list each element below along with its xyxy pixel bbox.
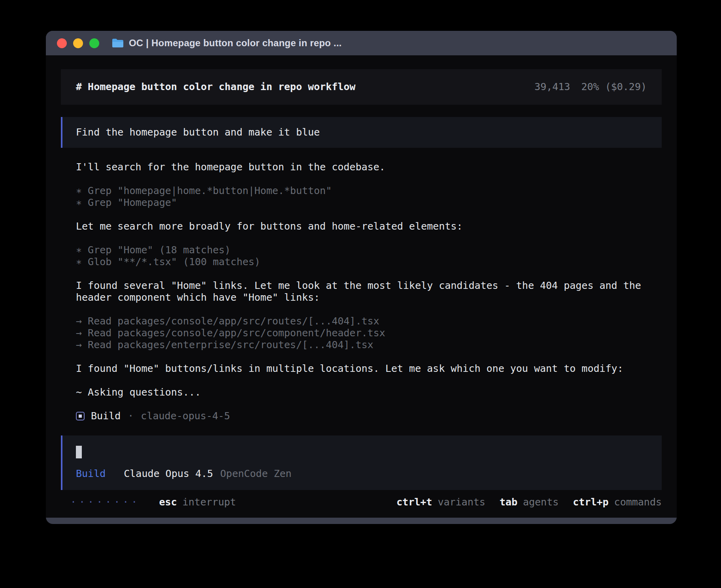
agent-separator: · <box>128 410 134 422</box>
assistant-text: I found several "Home" links. Let me loo… <box>76 280 647 303</box>
input-model: Claude Opus 4.5 <box>124 468 213 480</box>
tool-call: → Read packages/enterprise/src/routes/[.… <box>76 339 647 351</box>
assistant-paragraph: Let me search more broadly for buttons a… <box>76 220 647 232</box>
keyhint-agents: tab agents <box>500 496 559 508</box>
folder-icon <box>112 38 124 48</box>
keyhint-label: agents <box>523 496 559 508</box>
window-title: OC | Homepage button color change in rep… <box>129 38 342 49</box>
session-title: # Homepage button color change in repo w… <box>76 81 355 93</box>
window-titlebar: OC | Homepage button color change in rep… <box>46 31 677 55</box>
assistant-text: Let me search more broadly for buttons a… <box>76 220 647 232</box>
keyhint-key: esc <box>159 496 177 508</box>
tool-call: ∗ Grep "Home" (18 matches) <box>76 244 647 256</box>
spinner-dots-icon: ········ <box>70 496 140 508</box>
assistant-status: ~ Asking questions... <box>76 386 647 398</box>
prompt-input[interactable]: Build Claude Opus 4.5 OpenCode Zen <box>61 435 662 490</box>
input-mode: Build <box>76 468 106 480</box>
tool-call: ∗ Grep "Homepage" <box>76 197 647 209</box>
agent-indicator: Build · claude-opus-4-5 <box>61 410 662 422</box>
keyhint-commands: ctrl+p commands <box>573 496 662 508</box>
terminal-content: # Homepage button color change in repo w… <box>46 55 677 518</box>
keyhint-key: ctrl+p <box>573 496 608 508</box>
input-provider: OpenCode Zen <box>220 468 292 480</box>
user-message: Find the homepage button and make it blu… <box>61 117 662 148</box>
user-message-text: Find the homepage button and make it blu… <box>76 126 320 138</box>
tool-call-group: → Read packages/console/app/src/routes/[… <box>76 315 647 351</box>
keyhint-label: commands <box>614 496 662 508</box>
keyhint-variants: ctrl+t variants <box>396 496 485 508</box>
keyhint-key: tab <box>500 496 517 508</box>
keyhint-label: interrupt <box>183 496 236 508</box>
assistant-response: I'll search for the homepage button in t… <box>61 148 662 398</box>
input-modeline: Build Claude Opus 4.5 OpenCode Zen <box>76 468 648 480</box>
assistant-paragraph: I'll search for the homepage button in t… <box>76 161 647 173</box>
assistant-text: ~ Asking questions... <box>76 386 647 398</box>
app-window: OC | Homepage button color change in rep… <box>46 31 677 524</box>
assistant-text: I'll search for the homepage button in t… <box>76 161 647 173</box>
agent-name: Build <box>91 410 121 422</box>
session-meta: 39,413 20% ($0.29) <box>534 81 647 93</box>
minimize-button[interactable] <box>73 38 83 48</box>
zoom-button[interactable] <box>89 38 99 48</box>
tool-call: ∗ Glob "**/*.tsx" (100 matches) <box>76 256 647 268</box>
keyhint-interrupt: esc interrupt <box>159 496 236 508</box>
assistant-paragraph: I found several "Home" links. Let me loo… <box>76 280 647 303</box>
tool-call: → Read packages/console/app/src/componen… <box>76 327 647 339</box>
assistant-text: I found "Home" buttons/links in multiple… <box>76 363 647 375</box>
assistant-paragraph: I found "Home" buttons/links in multiple… <box>76 363 647 375</box>
context-cost: 20% ($0.29) <box>581 81 647 93</box>
tool-call-group: ∗ Grep "Home" (18 matches) ∗ Glob "**/*.… <box>76 244 647 268</box>
tool-call: → Read packages/console/app/src/routes/[… <box>76 315 647 327</box>
status-bar: ········ esc interrupt ctrl+t variants t… <box>61 496 662 508</box>
session-header: # Homepage button color change in repo w… <box>61 69 662 105</box>
token-count: 39,413 <box>534 81 570 93</box>
agent-model: claude-opus-4-5 <box>141 410 230 422</box>
agent-build-icon <box>76 412 85 420</box>
tool-call: ∗ Grep "homepage|home.*button|Home.*butt… <box>76 185 647 197</box>
tool-call-group: ∗ Grep "homepage|home.*button|Home.*butt… <box>76 185 647 209</box>
traffic-lights <box>57 38 99 48</box>
status-right: ctrl+t variants tab agents ctrl+p comman… <box>396 496 662 508</box>
keyhint-key: ctrl+t <box>396 496 432 508</box>
text-cursor <box>76 446 82 458</box>
keyhint-label: variants <box>438 496 485 508</box>
status-left: ········ esc interrupt <box>61 496 236 508</box>
close-button[interactable] <box>57 38 67 48</box>
